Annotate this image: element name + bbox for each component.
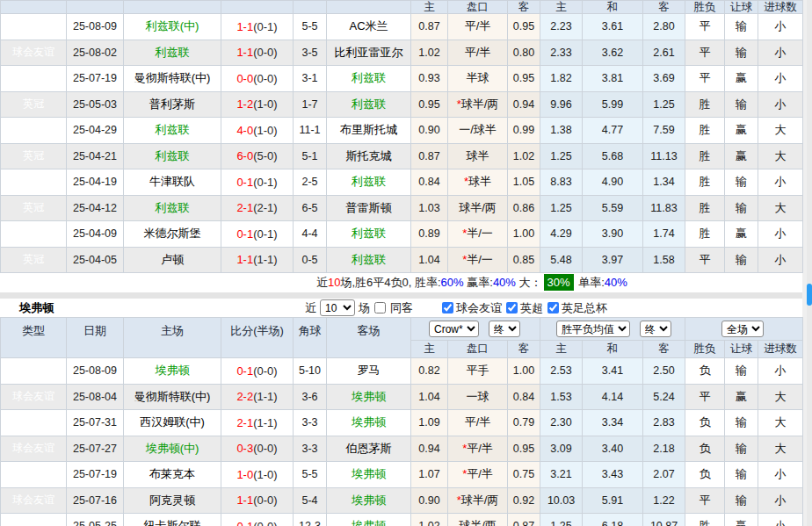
asian-odds-selects: Crow* 终 bbox=[411, 318, 540, 341]
page-content: 主 盘口 客 主 和 客 胜负 让球 进球数 球会友谊25-08-09利兹联(中… bbox=[0, 0, 802, 526]
match-date: 25-08-09 bbox=[67, 358, 124, 385]
scope-select[interactable]: 全场 bbox=[721, 321, 764, 337]
ah-line: *半/一 bbox=[448, 247, 508, 273]
score: 6-0(5-0) bbox=[221, 143, 294, 169]
match-row: 英冠25-04-29利兹联4-0(1-0)11-1布里斯托城0.90一/球半0.… bbox=[1, 118, 803, 144]
home-team: 埃弗顿 bbox=[124, 358, 221, 385]
result-goals: 大 bbox=[758, 436, 803, 462]
summary-handicap-rate: 40% bbox=[493, 276, 516, 289]
filter-controls: 近 10 场 同客 球会友谊 英超 英足总杯 bbox=[303, 299, 607, 317]
summary-text: 场,胜6平4负0, 胜率: bbox=[340, 276, 440, 289]
result-wdl: 平 bbox=[685, 40, 725, 66]
match-date: 25-04-21 bbox=[67, 143, 124, 169]
eu-home-odds: 1.82 bbox=[540, 66, 583, 92]
away-team: 利兹联 bbox=[327, 66, 411, 92]
col-header-ah-home: 主 bbox=[411, 1, 448, 14]
eu-draw-odds: 3.81 bbox=[583, 66, 643, 92]
ah-away-odds: 0.95 bbox=[508, 14, 540, 40]
corner-score: 1-7 bbox=[294, 91, 327, 118]
eu-away-odds: 2.61 bbox=[643, 40, 685, 66]
ah-line: *平/半 bbox=[448, 436, 508, 462]
filter-facup-checkbox[interactable] bbox=[547, 302, 559, 313]
ah-line: 平/半 bbox=[448, 40, 508, 66]
league-badge: 球会友谊 bbox=[1, 40, 67, 66]
eu-away-odds: 11.13 bbox=[643, 143, 685, 169]
eu-draw-odds: 3.61 bbox=[583, 14, 643, 40]
eu-home-odds: 5.48 bbox=[540, 247, 583, 273]
league-badge: 球会友谊 bbox=[1, 410, 67, 436]
filter-premier[interactable]: 英超 bbox=[504, 300, 543, 316]
eu-draw-odds: 3.40 bbox=[583, 436, 643, 462]
filter-premier-checkbox[interactable] bbox=[506, 302, 518, 313]
result-wdl: 负 bbox=[685, 462, 725, 488]
result-handicap: 输 bbox=[725, 195, 758, 221]
bookmaker-select[interactable]: Crow* bbox=[429, 321, 479, 337]
result-goals: 大 bbox=[758, 410, 803, 436]
result-goals: 大 bbox=[758, 384, 803, 410]
ah-line: *球半/两 bbox=[448, 91, 508, 118]
eu-draw-odds: 5.59 bbox=[583, 195, 643, 221]
eu-away-odds: 2.18 bbox=[643, 436, 685, 462]
match-date: 25-07-19 bbox=[67, 66, 124, 92]
score: 0-1(0-1) bbox=[221, 221, 294, 248]
result-goals: 小 bbox=[758, 462, 803, 488]
match-date: 25-08-04 bbox=[67, 384, 124, 410]
result-wdl: 胜 bbox=[685, 195, 725, 221]
scrollbar-thumb[interactable] bbox=[807, 284, 812, 306]
ah-away-odds: 0.86 bbox=[508, 195, 540, 221]
ah-home-odds: 0.94 bbox=[411, 436, 448, 462]
match-row: 球会友谊25-08-09埃弗顿0-1(0-0)5-10罗马0.82平手1.002… bbox=[1, 358, 803, 385]
score: 1-1(1-1) bbox=[221, 247, 294, 273]
ah-home-odds: 0.89 bbox=[411, 221, 448, 248]
match-row: 球会友谊25-07-31西汉姆联(中)2-1(1-1)3-3埃弗顿1.09平/半… bbox=[1, 410, 803, 436]
col-header-corners: 角球 bbox=[294, 318, 327, 358]
col-header-away: 客场 bbox=[327, 318, 411, 358]
scrollbar[interactable] bbox=[807, 0, 812, 526]
score: 0-0(0-0) bbox=[221, 66, 294, 92]
eu-away-odds: 3.69 bbox=[643, 66, 685, 92]
result-handicap: 输 bbox=[725, 410, 758, 436]
away-team: 利兹联 bbox=[327, 247, 411, 273]
ah-away-odds: 1.05 bbox=[508, 169, 540, 196]
section-header-everton: 埃弗顿 近 10 场 同客 球会友谊 英超 英足总杯 bbox=[0, 299, 802, 317]
section-divider bbox=[0, 292, 802, 299]
result-wdl: 胜 bbox=[685, 91, 725, 118]
asian-final-select[interactable]: 终 bbox=[489, 321, 520, 337]
result-wdl: 负 bbox=[685, 410, 725, 436]
corner-score: 5-10 bbox=[294, 358, 327, 385]
euro-avg-select[interactable]: 胜平负均值 bbox=[556, 321, 630, 337]
ah-line: *平/半 bbox=[448, 462, 508, 488]
ah-away-odds: 1.00 bbox=[508, 221, 540, 248]
recent-count-select[interactable]: 10 bbox=[320, 299, 355, 316]
ah-home-odds: 1.02 bbox=[411, 40, 448, 66]
same-away-checkbox[interactable] bbox=[374, 302, 386, 313]
result-goals: 小 bbox=[758, 487, 803, 514]
result-wdl: 平 bbox=[685, 384, 725, 410]
ah-line: 平手 bbox=[448, 358, 508, 385]
corner-score: 3-3 bbox=[294, 436, 327, 462]
ah-home-odds: 0.90 bbox=[411, 118, 448, 144]
euro-final-select[interactable]: 终 bbox=[640, 321, 671, 337]
ah-home-odds: 1.07 bbox=[411, 462, 448, 488]
league-badge: 英冠 bbox=[1, 247, 67, 273]
result-goals: 小 bbox=[758, 91, 803, 118]
result-handicap: 输 bbox=[725, 358, 758, 385]
league-badge: 球会友谊 bbox=[1, 14, 67, 40]
corner-score: 5-4 bbox=[294, 487, 327, 514]
filter-facup[interactable]: 英足总杯 bbox=[545, 300, 607, 316]
filter-friendly-checkbox[interactable] bbox=[442, 302, 453, 313]
score: 1-2(1-0) bbox=[221, 91, 294, 118]
col-header-type: 类型 bbox=[1, 318, 67, 358]
result-handicap: 输 bbox=[725, 247, 758, 273]
euro-odds-selects: 胜平负均值 终 bbox=[540, 318, 685, 341]
summary-text: 近 bbox=[316, 276, 328, 289]
filter-friendly[interactable]: 球会友谊 bbox=[439, 300, 502, 316]
ah-home-odds: 0.82 bbox=[411, 358, 448, 385]
eu-home-odds: 2.53 bbox=[540, 358, 583, 385]
eu-home-odds: 4.29 bbox=[540, 221, 583, 248]
ah-away-odds: 1.00 bbox=[508, 358, 540, 385]
col-header-wdl: 胜负 bbox=[685, 341, 725, 358]
blank-header bbox=[221, 1, 294, 14]
match-date: 25-07-27 bbox=[67, 436, 124, 462]
col-header-score: 比分(半场) bbox=[221, 318, 294, 358]
